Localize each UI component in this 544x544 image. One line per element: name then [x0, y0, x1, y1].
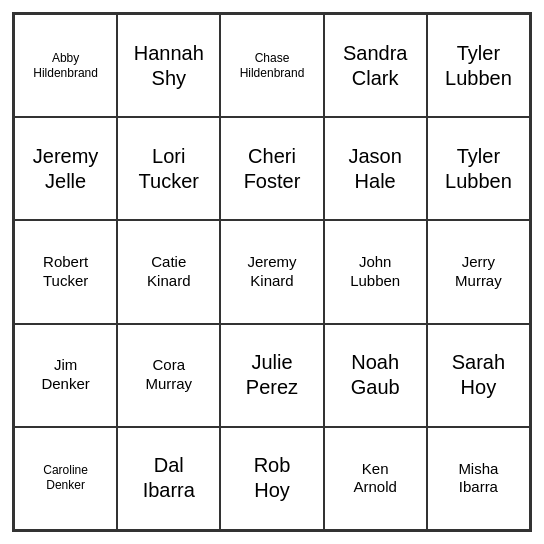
- bingo-cell-r4c1: DalIbarra: [117, 427, 220, 530]
- bingo-cell-r3c4: SarahHoy: [427, 324, 530, 427]
- cell-text-r1c3: JasonHale: [349, 144, 402, 194]
- cell-text-r3c3: NoahGaub: [351, 350, 400, 400]
- bingo-cell-r4c0: CarolineDenker: [14, 427, 117, 530]
- bingo-cell-r1c4: TylerLubben: [427, 117, 530, 220]
- bingo-cell-r0c0: AbbyHildenbrand: [14, 14, 117, 117]
- cell-text-r0c1: HannahShy: [134, 41, 204, 91]
- bingo-cell-r0c4: TylerLubben: [427, 14, 530, 117]
- bingo-cell-r2c1: CatieKinard: [117, 220, 220, 323]
- cell-text-r1c2: CheriFoster: [244, 144, 301, 194]
- bingo-cell-r3c1: CoraMurray: [117, 324, 220, 427]
- bingo-cell-r1c1: LoriTucker: [117, 117, 220, 220]
- cell-text-r0c4: TylerLubben: [445, 41, 512, 91]
- cell-text-r0c0: AbbyHildenbrand: [33, 51, 98, 81]
- cell-text-r2c2: JeremyKinard: [247, 253, 296, 291]
- cell-text-r4c3: KenArnold: [354, 460, 397, 498]
- cell-text-r3c0: JimDenker: [41, 356, 89, 394]
- cell-text-r2c3: JohnLubben: [350, 253, 400, 291]
- bingo-cell-r4c4: MishaIbarra: [427, 427, 530, 530]
- cell-text-r2c4: JerryMurray: [455, 253, 502, 291]
- bingo-cell-r3c2: JuliePerez: [220, 324, 323, 427]
- bingo-cell-r3c0: JimDenker: [14, 324, 117, 427]
- bingo-cell-r1c0: JeremyJelle: [14, 117, 117, 220]
- cell-text-r0c2: ChaseHildenbrand: [240, 51, 305, 81]
- cell-text-r4c4: MishaIbarra: [458, 460, 498, 498]
- bingo-cell-r2c2: JeremyKinard: [220, 220, 323, 323]
- cell-text-r3c2: JuliePerez: [246, 350, 298, 400]
- bingo-cell-r0c2: ChaseHildenbrand: [220, 14, 323, 117]
- cell-text-r1c0: JeremyJelle: [33, 144, 99, 194]
- bingo-cell-r2c0: RobertTucker: [14, 220, 117, 323]
- cell-text-r2c0: RobertTucker: [43, 253, 88, 291]
- bingo-cell-r3c3: NoahGaub: [324, 324, 427, 427]
- cell-text-r1c1: LoriTucker: [139, 144, 199, 194]
- bingo-cell-r1c3: JasonHale: [324, 117, 427, 220]
- cell-text-r0c3: SandraClark: [343, 41, 408, 91]
- bingo-cell-r2c3: JohnLubben: [324, 220, 427, 323]
- bingo-grid: AbbyHildenbrandHannahShyChaseHildenbrand…: [12, 12, 532, 532]
- bingo-cell-r4c3: KenArnold: [324, 427, 427, 530]
- cell-text-r4c1: DalIbarra: [143, 453, 195, 503]
- bingo-cell-r2c4: JerryMurray: [427, 220, 530, 323]
- cell-text-r1c4: TylerLubben: [445, 144, 512, 194]
- bingo-cell-r1c2: CheriFoster: [220, 117, 323, 220]
- bingo-cell-r0c3: SandraClark: [324, 14, 427, 117]
- cell-text-r3c1: CoraMurray: [145, 356, 192, 394]
- bingo-cell-r4c2: RobHoy: [220, 427, 323, 530]
- cell-text-r2c1: CatieKinard: [147, 253, 190, 291]
- cell-text-r4c0: CarolineDenker: [43, 463, 88, 493]
- cell-text-r4c2: RobHoy: [254, 453, 291, 503]
- bingo-cell-r0c1: HannahShy: [117, 14, 220, 117]
- cell-text-r3c4: SarahHoy: [452, 350, 505, 400]
